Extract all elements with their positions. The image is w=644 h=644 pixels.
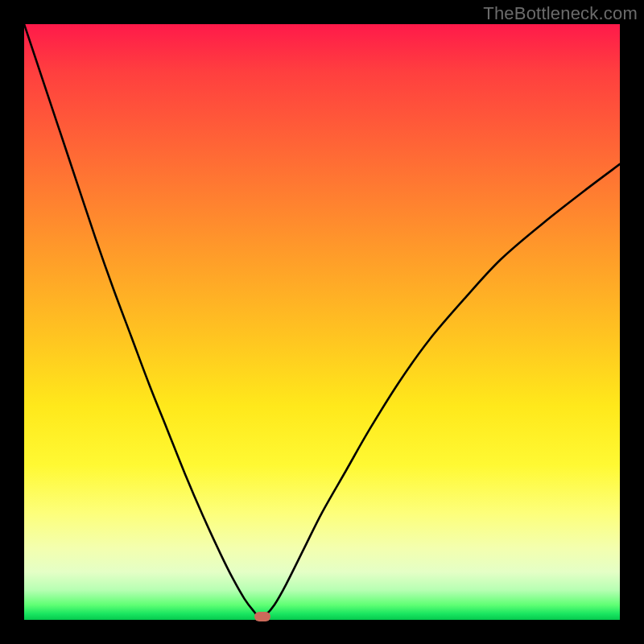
bottleneck-curve [24,24,620,617]
minimum-marker [254,612,270,621]
curve-svg [24,24,620,620]
chart-container: TheBottleneck.com [0,0,644,644]
watermark-text: TheBottleneck.com [483,3,638,24]
plot-area [24,24,620,620]
